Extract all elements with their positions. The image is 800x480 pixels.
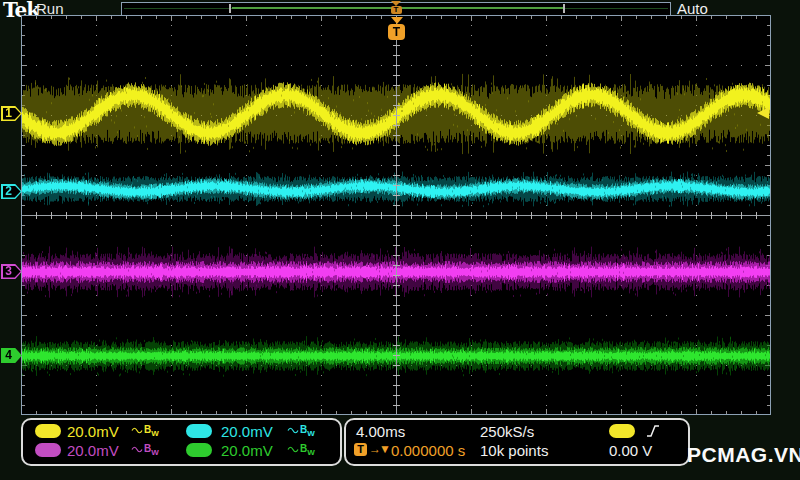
trigger-delay-readout: 0.000000 s xyxy=(391,442,465,459)
trigger-level-readout: 0.00 V xyxy=(609,442,652,459)
bandwidth-limit-icon: BW xyxy=(144,443,159,454)
record-trigger-marker-icon: T xyxy=(389,1,403,14)
channel-1-badge: 1 xyxy=(35,424,61,438)
trigger-t-icon: T xyxy=(354,443,367,456)
channel-4-coupling-bw-icons: BW xyxy=(287,443,315,457)
trigger-position-marker-icon: T xyxy=(388,17,405,40)
channel-2-position-flag: 2 xyxy=(1,184,22,199)
trigger-position-t-icon: T xyxy=(388,24,405,40)
trigger-level-arrow-icon xyxy=(757,107,769,119)
oscilloscope-screen: Tek Run Auto T T 1 2 3 4 1 20.0 xyxy=(0,0,800,480)
trigger-position-arrow-icon xyxy=(391,17,403,24)
ac-coupling-icon xyxy=(131,426,144,435)
trigger-down-arrow-icon: ▼ xyxy=(379,442,391,456)
flag-label: 4 xyxy=(1,348,16,363)
ac-coupling-icon xyxy=(287,445,300,454)
sample-rate-readout: 250kS/s xyxy=(480,423,534,440)
channel-readout-box: 1 20.0mV BW 2 20.0mV BW 3 20.0mV BW 4 20… xyxy=(21,418,342,466)
channel-1-scale: 20.0mV xyxy=(67,423,119,440)
ac-coupling-icon xyxy=(287,426,300,435)
ac-coupling-icon xyxy=(131,445,144,454)
channel-1-position-flag: 1 xyxy=(1,106,22,121)
channel-2-coupling-bw-icons: BW xyxy=(287,424,315,438)
channel-4-badge: 4 xyxy=(186,443,212,457)
channel-2-scale: 20.0mV xyxy=(221,423,273,440)
channel-4-position-flag: 4 xyxy=(1,348,22,363)
bandwidth-limit-icon: BW xyxy=(144,424,159,435)
channel-3-position-flag: 3 xyxy=(1,264,22,279)
bandwidth-limit-icon: BW xyxy=(300,424,315,435)
channel-3-scale: 20.0mV xyxy=(67,442,119,459)
horizontal-trigger-readout-box: 4.00ms 250kS/s 1 T → ▼ 0.000000 s 10k po… xyxy=(344,418,690,466)
watermark: PCMAG.VN xyxy=(687,443,800,467)
record-window-left-bracket xyxy=(229,4,231,13)
record-length-readout: 10k points xyxy=(480,442,548,459)
channel-3-coupling-bw-icons: BW xyxy=(131,443,159,457)
channel-2-badge: 2 xyxy=(186,424,212,438)
trigger-slope-rising-icon xyxy=(646,423,661,443)
bandwidth-limit-icon: BW xyxy=(300,443,315,454)
channel-3-badge: 3 xyxy=(35,443,61,457)
trigger-source-badge: 1 xyxy=(609,424,635,438)
flag-label: 2 xyxy=(1,184,16,199)
channel-1-coupling-bw-icons: BW xyxy=(131,424,159,438)
flag-label: 3 xyxy=(1,264,16,279)
timebase-readout: 4.00ms xyxy=(356,423,405,440)
flag-label: 1 xyxy=(1,106,16,121)
record-trigger-t-icon: T xyxy=(391,6,402,14)
record-window-right-bracket xyxy=(563,4,565,13)
waveform-display xyxy=(21,15,771,415)
channel-4-scale: 20.0mV xyxy=(221,442,273,459)
